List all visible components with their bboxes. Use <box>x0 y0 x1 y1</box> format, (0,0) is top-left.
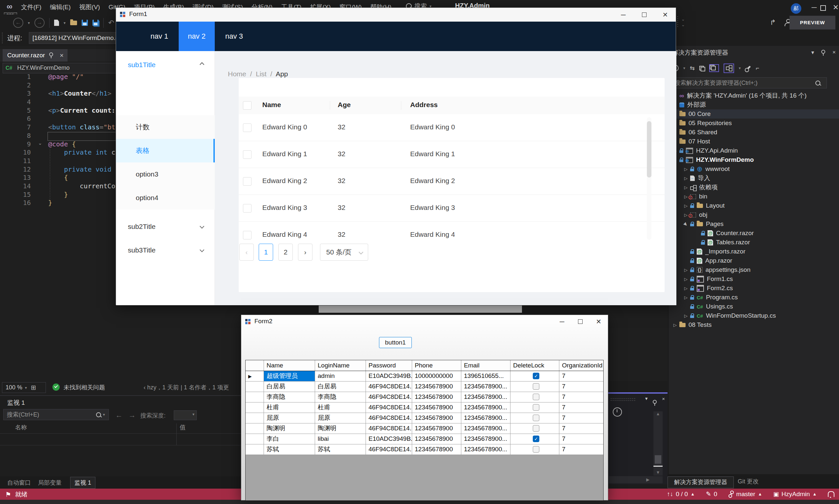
window-minimize-button[interactable]: ─ <box>808 3 820 12</box>
page-size-select[interactable]: 50 条/页 <box>320 244 368 261</box>
form2-maximize-button[interactable] <box>571 315 589 328</box>
pin-icon[interactable] <box>821 50 825 54</box>
codelens-git-info[interactable]: ‹ hzy，1 天前 | 1 名作者，1 项更 <box>143 383 229 391</box>
health-indicator-icon[interactable]: ⊞ <box>31 384 36 391</box>
tree-item-tables-razor[interactable]: @Tables.razor <box>669 238 839 247</box>
grid-row[interactable]: 苏轼苏轼46F94C8DE14...1234567890012345678900… <box>245 445 604 455</box>
deletelock-checkbox[interactable] <box>533 394 540 400</box>
chevron-down-icon[interactable]: ▾ <box>103 409 105 420</box>
new-file-icon[interactable] <box>54 20 59 26</box>
header-cell-Name[interactable]: Name <box>264 360 315 371</box>
git-sync-status[interactable]: ↑↓ 0 / 0 ▲ <box>667 490 695 498</box>
solution-search-input[interactable]: 搜索解决方案资源管理器(Ctrl+;) <box>671 77 827 88</box>
bottom-tab-1[interactable]: 自动窗口 <box>7 479 31 487</box>
header-cell-LoginName[interactable]: LoginName <box>315 360 366 371</box>
watch-search-input[interactable]: 搜索(Ctrl+E) ▾ <box>3 409 109 420</box>
properties-wrench-icon[interactable] <box>746 66 751 71</box>
undo-icon[interactable]: ↶ <box>108 19 114 27</box>
menu-item[interactable]: 视图(V) <box>79 3 100 12</box>
window-maximize-button[interactable] <box>820 5 826 12</box>
toolbar-grip[interactable] <box>1 32 4 44</box>
collapsed-arrow-icon[interactable]: ▷ <box>682 176 690 181</box>
expanded-arrow-icon[interactable]: ▶ <box>682 222 690 227</box>
collapsed-arrow-icon[interactable]: ▷ <box>671 323 679 327</box>
tree-item-08-tests[interactable]: ▷08 Tests <box>669 320 839 329</box>
tree-item-usings-cs[interactable]: C#Usings.cs <box>669 302 839 311</box>
pin-icon[interactable] <box>653 400 657 404</box>
chevron-down-icon[interactable]: ▾ <box>739 66 741 70</box>
horizontal-scrollbar[interactable]: ▶ <box>609 476 663 483</box>
grid-row[interactable]: 屈原屈原46F94C8DE14...1234567890012345678900… <box>245 413 604 424</box>
close-icon[interactable]: × <box>833 49 836 56</box>
row-checkbox[interactable] <box>243 150 252 159</box>
collapsed-arrow-icon[interactable]: ▷ <box>682 295 690 300</box>
nav-tab-1[interactable]: nav 1 <box>141 22 177 51</box>
save-all-icon[interactable] <box>92 20 99 26</box>
sidebar-item-option3[interactable]: option3 <box>116 162 215 186</box>
form2-title-bar[interactable]: Form2 ─ ✕ <box>241 315 608 329</box>
form1-close-button[interactable]: ✕ <box>655 8 676 22</box>
deletelock-checkbox[interactable] <box>533 425 540 432</box>
menu-item[interactable]: 编辑(E) <box>50 3 70 12</box>
collapsed-arrow-icon[interactable]: ▷ <box>682 286 690 291</box>
search-depth-combo[interactable]: ▾ <box>174 410 197 420</box>
tree-item-06-shared[interactable]: 06 Shared <box>669 128 839 137</box>
row-checkbox[interactable] <box>243 124 252 132</box>
tree-item-bin[interactable]: ▷bin <box>669 192 839 201</box>
table-scrollbar-thumb[interactable] <box>647 121 651 178</box>
cell-deletelock[interactable]: ✓ <box>511 371 559 381</box>
sidebar-item-option4[interactable]: option4 <box>116 186 215 210</box>
deletelock-checkbox[interactable]: ✓ <box>533 435 540 442</box>
new-file-dropdown-icon[interactable]: ▾ <box>64 21 66 25</box>
close-icon[interactable]: × <box>662 396 665 401</box>
deletelock-checkbox[interactable] <box>533 446 540 453</box>
git-repo-selector[interactable]: ▣HzyAdmin ▲ <box>773 490 817 498</box>
save-icon[interactable] <box>82 20 88 26</box>
table-row[interactable]: Edward King 432Edward King 4 <box>239 222 665 239</box>
pagination-page-1[interactable]: 1 <box>259 244 273 261</box>
collapsed-arrow-icon[interactable]: ▷ <box>682 313 690 318</box>
git-pending-changes[interactable]: ✎ 0 <box>706 490 717 498</box>
git-branch-selector[interactable]: master ▲ <box>729 490 762 498</box>
vertical-scrollbar[interactable]: ▲ ▼ <box>653 411 663 475</box>
cell-deletelock[interactable] <box>511 402 559 413</box>
tree-item-counter-razor[interactable]: @Counter.razor <box>669 229 839 238</box>
tree-item-00-core[interactable]: 00 Core <box>669 109 839 119</box>
collapsed-arrow-icon[interactable]: ▷ <box>682 185 690 190</box>
cell-deletelock[interactable] <box>511 392 559 402</box>
header-cell-OrganizationId[interactable]: OrganizationId <box>559 360 604 371</box>
tree-item-07-host[interactable]: 07 Host <box>669 137 839 146</box>
chevron-down-icon[interactable]: ▾ <box>811 49 815 56</box>
fold-collapse-icon[interactable]: ⌄ <box>38 140 42 146</box>
cell-deletelock[interactable] <box>511 381 559 392</box>
toolbar-overflow-icons[interactable]: ⌄⌄ <box>681 16 685 28</box>
breadcrumb-list[interactable]: List <box>256 70 267 78</box>
notifications-bell-icon[interactable] <box>828 491 834 497</box>
tree-item-winformdemostartup-cs[interactable]: ▷C#WinFormDemoStartup.cs <box>669 311 839 320</box>
tree-item-app-razor[interactable]: @App.razor <box>669 256 839 265</box>
watch-back-icon[interactable]: ← <box>115 411 123 419</box>
nav-tab-3[interactable]: nav 3 <box>216 22 252 51</box>
scrollbar-thumb[interactable] <box>655 455 661 464</box>
tree-item-pages[interactable]: ▶Pages <box>669 219 839 229</box>
deletelock-checkbox[interactable] <box>533 404 540 411</box>
form2-close-button[interactable]: ✕ <box>589 315 608 328</box>
chevron-down-icon[interactable]: ▾ <box>645 396 648 401</box>
tab-counter-razor[interactable]: Counter.razor × <box>3 49 68 61</box>
header-cell-Email[interactable]: Email <box>461 360 511 371</box>
chevron-down-icon[interactable]: ▾ <box>683 66 685 70</box>
open-folder-icon[interactable] <box>70 21 77 25</box>
tab-solution-explorer[interactable]: 解决方案资源管理器 <box>668 476 734 488</box>
collapsed-arrow-icon[interactable]: ▷ <box>682 167 690 172</box>
select-all-checkbox[interactable] <box>243 101 252 110</box>
grid-row[interactable]: 李商隐李商隐46F94C8DE14...12345678900123456789… <box>245 392 604 402</box>
collapse-all-icon[interactable] <box>699 66 705 70</box>
header-cell-Phone[interactable]: Phone <box>412 360 461 371</box>
tree-item--[interactable]: ▷导入 <box>669 174 839 183</box>
close-tab-icon[interactable]: × <box>60 49 64 61</box>
scroll-down-icon[interactable]: ▼ <box>653 470 663 475</box>
process-combo[interactable]: [168912] HZY.WinFormDemo.e <box>29 32 121 44</box>
menu-item[interactable]: 文件(F) <box>21 3 41 12</box>
form2-minimize-button[interactable]: ─ <box>553 315 571 328</box>
form1-title-bar[interactable]: Form1 ─ ✕ <box>116 8 676 22</box>
